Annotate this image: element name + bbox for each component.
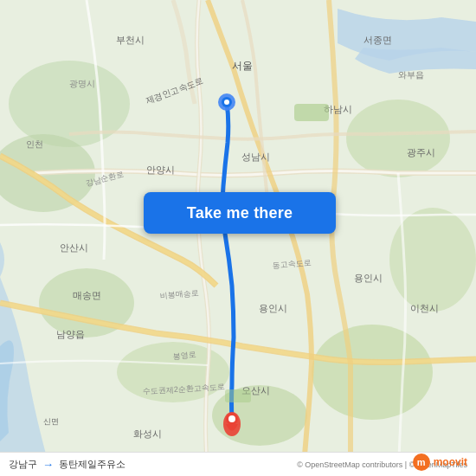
moovit-brand: moovit — [434, 456, 467, 468]
moovit-icon: m — [413, 453, 430, 471]
svg-text:신면: 신면 — [43, 417, 59, 426]
route-info: 강남구 → 동탄제일주유소 — [9, 458, 125, 471]
svg-text:화성시: 화성시 — [133, 428, 162, 439]
svg-text:부천시: 부천시 — [116, 35, 145, 45]
svg-point-7 — [312, 325, 433, 420]
svg-text:서종면: 서종면 — [363, 35, 392, 45]
svg-text:와부읍: 와부읍 — [398, 70, 424, 80]
map-background: 부천시 광명시 인천 제경인고속도로 서울 서종면 와부읍 하남시 광주시 안양… — [0, 0, 476, 476]
svg-text:이천시: 이천시 — [410, 303, 439, 313]
svg-text:광명시: 광명시 — [69, 79, 95, 88]
svg-point-42 — [228, 415, 235, 422]
svg-rect-35 — [294, 104, 329, 121]
svg-text:성남시: 성남시 — [241, 151, 270, 162]
bottom-bar: 강남구 → 동탄제일주유소 © OpenStreetMap contributo… — [0, 452, 476, 476]
route-from: 강남구 — [9, 458, 37, 471]
route-arrow: → — [42, 458, 54, 471]
svg-rect-36 — [225, 389, 251, 402]
svg-point-5 — [346, 100, 450, 177]
svg-text:용인시: 용인시 — [354, 273, 383, 283]
svg-text:매송면: 매송면 — [73, 290, 101, 300]
map-container: 부천시 광명시 인천 제경인고속도로 서울 서종면 와부읍 하남시 광주시 안양… — [0, 0, 476, 476]
svg-text:용인시: 용인시 — [259, 303, 287, 313]
take-me-there-button[interactable]: Take me there — [144, 192, 336, 234]
svg-text:광주시: 광주시 — [407, 147, 435, 158]
route-to: 동탄제일주유소 — [59, 458, 125, 471]
svg-text:남양읍: 남양읍 — [56, 329, 85, 339]
svg-text:인천: 인천 — [26, 139, 43, 149]
svg-text:서울: 서울 — [232, 60, 253, 72]
moovit-logo: m moovit — [413, 453, 467, 471]
svg-text:안산시: 안산시 — [60, 242, 88, 253]
svg-text:안양시: 안양시 — [146, 164, 175, 175]
svg-point-39 — [224, 100, 229, 105]
